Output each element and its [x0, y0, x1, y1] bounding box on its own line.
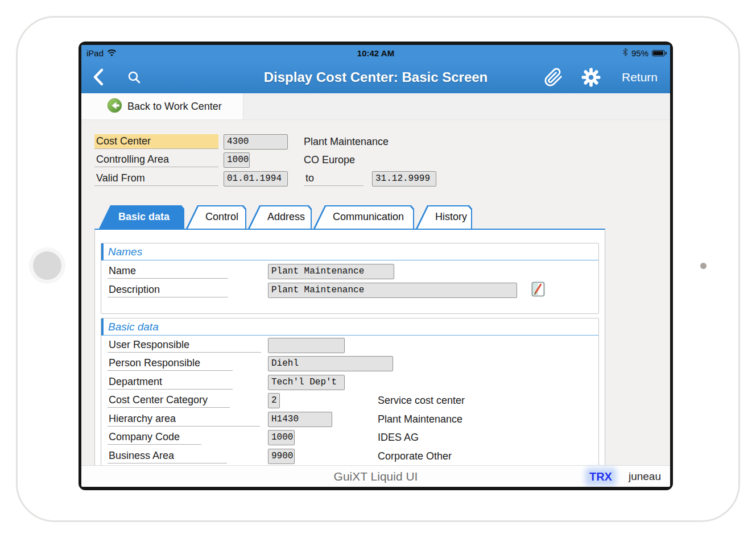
tab-control-label: Control [186, 205, 246, 229]
tab-basic-data[interactable]: Basic data [99, 205, 184, 229]
cost-center-category-row: Cost Center Category 2 Service cost cent… [101, 393, 598, 409]
bluetooth-icon [622, 48, 628, 58]
ipad-device: iPad 10:42 AM 95% [0, 0, 756, 538]
tab-basic-data-label: Basic data [99, 205, 184, 229]
camera-dot [700, 263, 707, 269]
hierarchy-area-input[interactable]: H1430 [268, 412, 332, 427]
tab-history[interactable]: History [416, 205, 472, 229]
valid-from-label: Valid From [94, 171, 218, 186]
basic-data-section: Basic data User Responsible Person Respo… [101, 318, 599, 465]
brand-label: GuiXT Liquid UI [81, 466, 670, 487]
form-row-cost-center: Cost Center 4300 Plant Maintenance [81, 134, 670, 149]
clock: 10:42 AM [212, 48, 540, 58]
user-responsible-label: User Responsible [108, 338, 261, 353]
toolbar: Back to Work Center [81, 93, 670, 120]
battery-percent: 95% [631, 48, 648, 58]
cost-center-input[interactable]: 4300 [224, 134, 288, 150]
tab-address[interactable]: Address [248, 205, 312, 229]
description-row: Description Plant Maintenance [101, 283, 598, 299]
tab-history-label: History [416, 205, 472, 229]
company-code-label: Company Code [108, 430, 201, 445]
cost-center-category-input[interactable]: 2 [268, 393, 280, 408]
company-code-row: Company Code 1000 IDES AG [101, 430, 598, 446]
status-bar: iPad 10:42 AM 95% [81, 45, 670, 61]
tab-strip: Basic data Control Address Communication… [99, 205, 472, 229]
basic-data-section-title: Basic data [101, 318, 598, 336]
battery-icon [652, 50, 665, 56]
department-input[interactable]: Tech'l Dep't [268, 375, 345, 390]
back-to-work-center-button[interactable]: Back to Work Center [81, 93, 243, 119]
name-input[interactable]: Plant Maintenance [268, 264, 394, 279]
main-content: Cost Center 4300 Plant Maintenance Contr… [81, 120, 670, 465]
company-code-desc: IDES AG [378, 430, 419, 445]
name-label: Name [108, 264, 228, 279]
tab-content-panel: Names Name Plant Maintenance Description… [94, 229, 605, 465]
person-responsible-label: Person Responsible [108, 356, 233, 371]
footer-bar: GuiXT Liquid UI TRX juneau [81, 465, 670, 487]
controlling-area-desc: CO Europe [304, 152, 355, 167]
trx-button[interactable]: TRX [588, 470, 614, 483]
cost-center-category-label: Cost Center Category [108, 393, 230, 408]
business-area-input[interactable]: 9900 [268, 449, 295, 464]
controlling-area-input[interactable]: 1000 [224, 152, 250, 168]
user-responsible-input[interactable] [268, 338, 345, 353]
back-to-work-center-label: Back to Work Center [127, 101, 222, 113]
cost-center-label: Cost Center [94, 134, 218, 149]
form-row-controlling-area: Controlling Area 1000 CO Europe [81, 152, 670, 167]
cost-center-desc: Plant Maintenance [304, 134, 389, 149]
valid-from-input[interactable]: 01.01.1994 [224, 171, 288, 187]
business-area-label: Business Area [108, 449, 227, 463]
department-label: Department [108, 375, 233, 390]
tab-control[interactable]: Control [186, 205, 246, 229]
screen: iPad 10:42 AM 95% [81, 45, 670, 487]
nav-bar: Display Cost Center: Basic Screen [81, 61, 670, 93]
description-label: Description [108, 283, 228, 297]
return-button[interactable]: Return [622, 61, 658, 93]
business-area-desc: Corporate Other [378, 449, 452, 463]
tab-communication-label: Communication [313, 205, 414, 229]
name-row: Name Plant Maintenance [101, 264, 598, 280]
hierarchy-area-label: Hierarchy area [108, 412, 260, 427]
valid-to-label: to [304, 171, 363, 186]
valid-to-input[interactable]: 31.12.9999 [372, 171, 436, 187]
company-code-input[interactable]: 1000 [268, 430, 295, 445]
hierarchy-area-row: Hierarchy area H1430 Plant Maintenance [101, 412, 598, 428]
gear-icon[interactable] [581, 68, 601, 89]
controlling-area-label: Controlling Area [94, 152, 218, 167]
hierarchy-area-desc: Plant Maintenance [378, 412, 462, 427]
wifi-icon [107, 48, 117, 58]
carrier-label: iPad [86, 48, 104, 58]
home-button[interactable] [33, 251, 61, 280]
paperclip-icon[interactable] [544, 67, 563, 90]
description-input[interactable]: Plant Maintenance [268, 283, 517, 298]
tab-address-label: Address [248, 205, 312, 229]
names-section-title: Names [101, 243, 598, 260]
tab-communication[interactable]: Communication [313, 205, 414, 229]
business-area-row: Business Area 9900 Corporate Other [101, 449, 598, 465]
person-responsible-row: Person Responsible Diehl [101, 356, 598, 372]
user-label: juneau [629, 470, 661, 483]
names-section: Names Name Plant Maintenance Description… [101, 243, 599, 314]
globe-back-icon [107, 98, 122, 115]
cost-center-category-desc: Service cost center [378, 393, 465, 408]
user-responsible-row: User Responsible [101, 338, 598, 354]
edit-icon[interactable] [531, 282, 545, 300]
screen-bezel: iPad 10:42 AM 95% [79, 42, 673, 490]
department-row: Department Tech'l Dep't [101, 375, 598, 391]
person-responsible-input[interactable]: Diehl [268, 356, 393, 371]
form-row-valid-from: Valid From 01.01.1994 to 31.12.9999 [81, 171, 670, 186]
